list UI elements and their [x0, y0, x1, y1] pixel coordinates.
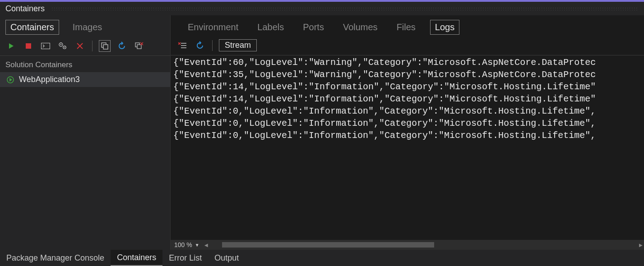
panel-drag-handle[interactable]	[51, 7, 639, 10]
copy-icon	[101, 42, 109, 50]
chevron-down-icon: ▼	[195, 243, 199, 248]
solution-containers-header: Solution Containers	[0, 56, 170, 72]
delete-icon	[76, 42, 83, 50]
stream-label: Stream	[225, 41, 251, 50]
subtab-containers[interactable]: Containers	[5, 20, 59, 35]
tab-label: Volumes	[343, 22, 378, 32]
tab-label: Ports	[303, 22, 324, 32]
start-container-button[interactable]	[5, 40, 17, 52]
scroll-left-button[interactable]: ◀	[203, 242, 209, 248]
open-terminal-button[interactable]	[40, 40, 51, 52]
detail-tabs: Environment Labels Ports Volumes Files L…	[171, 15, 644, 37]
svg-point-6	[64, 47, 65, 48]
toolbar-separator	[212, 40, 213, 51]
stream-toggle-button[interactable]: Stream	[219, 39, 257, 51]
container-settings-button[interactable]	[57, 40, 69, 52]
bottom-tab-output[interactable]: Output	[208, 250, 245, 266]
tab-label: Labels	[257, 22, 284, 32]
left-toolbar	[0, 38, 170, 56]
tab-files[interactable]: Files	[392, 20, 420, 34]
panel-title-bar: Containers	[0, 2, 644, 15]
remove-container-button[interactable]	[74, 40, 86, 52]
clear-list-icon	[178, 41, 187, 50]
svg-rect-10	[103, 45, 108, 49]
svg-rect-1	[26, 43, 31, 49]
bottom-tab-package-manager-console[interactable]: Package Manager Console	[0, 250, 111, 266]
tab-environment[interactable]: Environment	[183, 20, 243, 34]
containers-list-pane: Containers Images	[0, 15, 171, 250]
log-output-area[interactable]: {"EventId":60,"LogLevel":"Warning","Cate…	[171, 55, 644, 240]
zoom-scroll-row: 100 % ▼ ◀ ▶	[171, 240, 644, 250]
subtab-label: Containers	[10, 22, 54, 32]
bottom-tab-label: Package Manager Console	[6, 253, 104, 263]
panel-title: Containers	[5, 4, 45, 14]
stop-container-button[interactable]	[23, 40, 34, 52]
prune-icon	[134, 41, 144, 50]
panel-body: Containers Images	[0, 15, 644, 250]
toolbar-separator	[92, 41, 93, 51]
tab-ports[interactable]: Ports	[298, 20, 329, 34]
zoom-value: 100 %	[174, 241, 192, 248]
refresh-icon	[117, 41, 126, 50]
tab-label: Files	[397, 22, 416, 32]
tab-labels[interactable]: Labels	[253, 20, 288, 34]
container-list-item[interactable]: WebApplication3	[0, 72, 170, 87]
play-icon	[8, 42, 15, 50]
tab-label: Environment	[188, 22, 238, 32]
subtab-label: Images	[73, 22, 102, 32]
refresh-icon	[195, 41, 204, 50]
stop-icon	[25, 43, 32, 49]
horizontal-scrollbar[interactable]	[214, 241, 638, 248]
bottom-tab-error-list[interactable]: Error List	[162, 250, 208, 266]
refresh-containers-button[interactable]	[116, 40, 128, 52]
refresh-logs-button[interactable]	[194, 40, 206, 51]
container-detail-pane: Environment Labels Ports Volumes Files L…	[171, 15, 644, 250]
scrollbar-thumb[interactable]	[222, 242, 434, 248]
logs-toolbar: Stream	[171, 37, 644, 55]
subtab-images[interactable]: Images	[68, 20, 107, 34]
container-name: WebApplication3	[19, 75, 80, 84]
zoom-dropdown[interactable]: 100 % ▼	[171, 241, 203, 248]
bottom-tab-label: Error List	[169, 253, 202, 263]
left-subtabs: Containers Images	[0, 15, 170, 38]
terminal-icon	[41, 43, 50, 49]
tab-label: Logs	[435, 22, 454, 32]
bottom-tab-label: Output	[214, 253, 239, 263]
bottom-tool-tabs: Package Manager Console Containers Error…	[0, 250, 644, 266]
svg-marker-16	[9, 78, 12, 82]
svg-marker-0	[9, 43, 14, 49]
tab-logs[interactable]: Logs	[430, 20, 459, 35]
tab-volumes[interactable]: Volumes	[338, 20, 382, 34]
scroll-right-button[interactable]: ▶	[638, 242, 644, 248]
bottom-tab-label: Containers	[117, 253, 156, 262]
containers-tool-window: Containers Containers Images	[0, 0, 644, 266]
bottom-tab-containers[interactable]: Containers	[111, 250, 162, 266]
svg-point-4	[60, 44, 62, 46]
copy-button[interactable]	[99, 40, 111, 52]
clear-log-button[interactable]	[177, 40, 189, 51]
running-status-icon	[6, 76, 14, 84]
log-text: {"EventId":60,"LogLevel":"Warning","Cate…	[171, 55, 644, 142]
svg-rect-2	[42, 43, 50, 49]
gears-icon	[58, 42, 67, 50]
prune-button[interactable]	[133, 40, 145, 52]
